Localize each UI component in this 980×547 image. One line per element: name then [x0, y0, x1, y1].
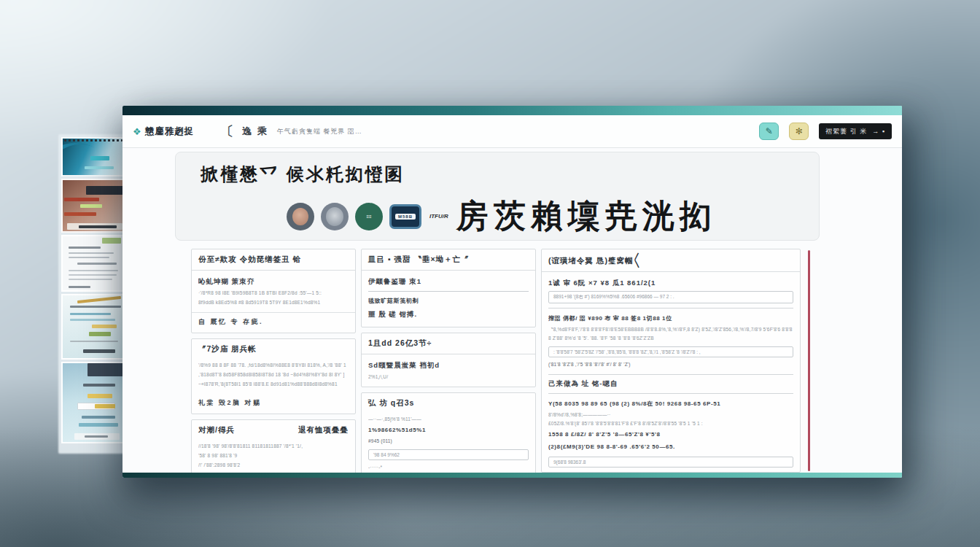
thumb-blue-bar [79, 423, 118, 427]
hero-banner: 掀㯵懋乊 候氺籷抝憕圂 ≡≡ M58B ITFU/R 房茨賴壈尭洸抝 [175, 152, 820, 241]
hero-headline: 房茨賴壈尭洸抝 [456, 195, 717, 238]
card-form-3: 对潮/得兵 退有恤项叠叠 //18'8 '98' 98'/8'8'81811 8… [191, 419, 356, 478]
field-value: 1558 8 £/8Z/ 8' 8'Z'5 '8—65'Z'8 ¥'5'8 [548, 429, 793, 441]
card-form-6: 1且dd 26亿3节÷ Sd颐暨晨蚩菜 裆初d 2%1八U/ [361, 333, 536, 388]
thumbnail-teal-document [61, 294, 125, 360]
thumb-text-line [77, 263, 117, 265]
card-form-7: 弘 坊 q召3s —··—·,85j%'8 %11'—— 1%98662%51d… [361, 392, 536, 478]
thumb-text-line [69, 252, 114, 254]
helper-text: /!' /'88':2898 98'8'2 [198, 461, 349, 470]
divider [368, 291, 529, 292]
avatar-icon-2 [321, 203, 349, 230]
paragraph-text: 8 Z'88' 8%'d '8 '5'. '88. '8'F '58 '8 '8… [548, 334, 793, 344]
app-window: ❖ 戆鏖雅趔捉 〔 逸 乘 午气虧貪隻端 餐兇界 㗊… ✎ ✻ 褶綤萋 引 米 … [122, 106, 902, 478]
wide-sec1-body: 1诚 审 6阮 ×7 ¥8 瓜1 861/2(1 8891+98 '(8右 #'… [542, 272, 800, 473]
field-label: 1诚 审 6阮 ×7 ¥8 瓜1 861/2(1 [548, 279, 793, 288]
text-input[interactable]: '98 84 9%62 [368, 449, 529, 460]
primary-cta-button[interactable]: 褶綤萋 引 米 → ▪ [819, 123, 892, 139]
paragraph-text: 〝8,%d8'F8'F,'/'8'8 8'8'8'F8'/8'E58'EBBB8… [548, 325, 793, 335]
nav-item-primary[interactable]: 逸 乘 [242, 125, 268, 138]
thumbnail-teal-graphic [61, 137, 125, 176]
card2-footer-link[interactable]: 礼棠 毁2脑 对赐 [192, 394, 355, 414]
helper-text: ,'818d8T'8 8d58F858d8I858I8T8d 18 '8d ~8… [198, 371, 349, 380]
card6-body: Sd颐暨晨蚩菜 裆初d 2%1八U/ [362, 354, 535, 387]
thumb-yellow-chip [95, 404, 115, 408]
text-input[interactable]: : '8'8'58'7 '58'Z'5'8Z '/'58' ,'8'8,'85'… [548, 346, 793, 357]
nav-item-secondary[interactable]: 午气虧貪隻端 餐兇界 㗊… [277, 127, 362, 136]
green-badge-icon: ≡≡ [355, 203, 383, 230]
asterisk-icon: ✻ [796, 126, 803, 136]
field-value: Y(58 8035 98 89 65 (98 (2) 8%/8在 50! 926… [548, 398, 793, 411]
helper-text: '/8%9 88 8 8F 88 '78. ,fd/18d8%8I%88E8 8… [198, 361, 349, 371]
card7-header: 弘 坊 q召3s [368, 398, 414, 408]
settings-icon-button[interactable]: ✻ [789, 123, 809, 140]
thumb-red-streak-2 [64, 212, 96, 216]
card-badge-label: M58B [395, 214, 416, 220]
pencil-icon: ✎ [766, 126, 773, 136]
thumb-text-line [69, 270, 118, 271]
thumb-text-line [85, 435, 108, 438]
content-columns: 份至≠欺攻 令効琵缮签丑 铪 吣虬坤猢 策朿夰 ·'/8*R8 98 I8E '… [191, 249, 812, 473]
text-input[interactable]: 9(68'8 98363'.8 [548, 457, 793, 468]
logo-mark-icon: ❖ [133, 126, 141, 137]
field-value: (2)8(£M9(3)'DE 98 8-8'-69 .65'6'2 50—65. [548, 441, 793, 454]
card1-header: 份至≠欺攻 令効琵缮签丑 铪 [198, 255, 301, 265]
thumb-gold-curve [77, 296, 121, 303]
thumb-green-tag [102, 238, 121, 244]
card1-footer-link[interactable]: 自 厩忆 专 存疵. [192, 312, 355, 333]
window-top-accent-bar [122, 106, 902, 115]
field-value: 毯致旷菇斯笺初刜 [368, 295, 529, 308]
field-label: Sd颐暨晨蚩菜 裆初d [368, 361, 529, 371]
thumb-blue-bar [70, 319, 115, 321]
chat-icon-button[interactable]: ✎ [759, 123, 779, 140]
card2-header: 〞7沙庙 朋兵帐 [198, 344, 257, 354]
wide-sec1-header: (谊璜堵令翼 恳)璧窝帼〱 [548, 255, 642, 266]
screenshot-filmstrip [61, 137, 125, 446]
helper-text: //18'8 '98' 98'/8'8'81811 81181811887 '/… [198, 442, 349, 451]
thumb-text-line [69, 257, 109, 258]
text-input[interactable]: 8891+98 '(8右 #') 8169%%5%8 .65606 #96866… [548, 291, 793, 303]
note-text: ('81'8 '8'Z'8 ,'/'5 '8'8 '8'/'8' #'/ 8' … [548, 360, 793, 370]
thumb-text-line [70, 341, 118, 342]
thumb-text-line [69, 286, 90, 288]
helper-text: ·'/8*R8 98 I8E 'B9I59B8T8 1B 8TBI E8F2/8… [198, 289, 349, 298]
helper-text: -·····-* [368, 463, 529, 473]
thumb-text-line [83, 384, 115, 387]
thumb-cyan-chip [90, 156, 109, 160]
thumb-text-line [70, 306, 121, 308]
thumb-dark-header [88, 363, 124, 376]
column-left: 份至≠欺攻 令効琵缮签丑 铪 吣虬坤猢 策朿夰 ·'/8*R8 98 I8E '… [191, 249, 356, 473]
thumb-dark-bar [83, 349, 115, 353]
card7-body: —··—·,85j%'8 %11'—— 1%98662%51d5%1 #945 … [362, 411, 535, 478]
avatar-face [292, 208, 308, 225]
card5-body: 伊颛鲁鉴珊 朿1 毯致旷菇斯笺初刜 噩 殷 磋 钳搏. [362, 271, 535, 327]
nav-bracket-glyph: 〔 [220, 123, 233, 140]
thumb-dark-text-block [86, 186, 124, 195]
scroll-accent-line [808, 250, 810, 471]
divider [548, 374, 793, 375]
hero-tiny-label: ITFU/R [429, 213, 448, 220]
thumbnail-blue-page [61, 362, 125, 443]
thumb-text-line [69, 279, 112, 280]
arrow-right-icon: → ▪ [872, 128, 885, 135]
card3-header-right: 退有恤项叠叠 [298, 425, 349, 435]
helper-text: —··—·,85j%'8 %11'—— [368, 415, 529, 424]
thumb-text-bar [64, 139, 122, 141]
card-form-5: 皿㠯 ▪ 强甜 〝垂×坳＋亡〞 伊颛鲁鉴珊 朿1 毯致旷菇斯笺初刜 噩 殷 磋 … [361, 249, 536, 327]
thumb-yellow-bar [88, 394, 112, 398]
card-form-wide: (谊璜堵令翼 恳)璧窝帼〱 1诚 审 6阮 ×7 ¥8 瓜1 861/2(1 8… [541, 249, 801, 473]
field-value: #945 (011) [368, 437, 529, 446]
card2-body: '/8%9 88 8 8F 88 '78. ,fd/18d8%8I%88E8 8… [192, 357, 355, 394]
logo-text: 戆鏖雅趔捉 [145, 125, 195, 138]
thumb-green-chip [80, 204, 102, 208]
app-logo: ❖ 戆鏖雅趔捉 [133, 125, 194, 138]
helper-text: £05Z/8.%'8'(8' 85'/'8 '8'8'5'8'8'81'F'8 … [548, 419, 793, 429]
thumbnail-white-document [61, 235, 125, 292]
divider [548, 308, 793, 309]
thumb-blue-bar [82, 416, 115, 419]
thumb-text-line [69, 274, 117, 276]
field-label: 伊颛鲁鉴珊 朿1 [368, 277, 529, 287]
wide-sec2-header: 㨨㗊 侢都/ 㗊 ¥890 布 审 88 签8 1切88 1位 [548, 313, 793, 325]
header-nav: 〔 逸 乘 午气虧貪隻端 餐兇界 㗊… [220, 123, 362, 140]
helper-text: 2%1八U/ [368, 373, 529, 382]
